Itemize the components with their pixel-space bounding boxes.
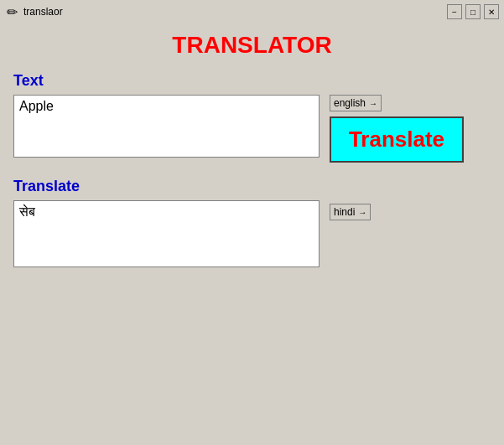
input-language-select[interactable]: english → (330, 95, 382, 111)
title-bar: ✏ translaor − □ ✕ (0, 0, 504, 23)
output-language-select[interactable]: hindi → (330, 204, 371, 220)
translate-button[interactable]: Translate (330, 116, 464, 163)
right-controls: english → Translate (330, 95, 464, 163)
output-section: Translate सेब hindi → (13, 178, 491, 267)
app-title: TRANSLATOR (13, 32, 491, 59)
input-row: Apple english → Translate (13, 95, 491, 163)
window-title: translaor (23, 6, 63, 18)
output-text[interactable]: सेब (13, 200, 320, 267)
title-bar-left: ✏ translaor (5, 5, 63, 18)
text-section-label: Text (13, 72, 491, 90)
title-bar-controls: − □ ✕ (447, 4, 499, 19)
close-button[interactable]: ✕ (484, 4, 499, 19)
output-language-label: hindi (334, 206, 355, 218)
input-language-label: english (334, 97, 366, 109)
output-section-label: Translate (13, 178, 491, 195)
maximize-button[interactable]: □ (465, 4, 481, 19)
input-language-arrow: → (369, 99, 377, 108)
window-body: TRANSLATOR Text Apple english → Translat… (0, 23, 504, 445)
minimize-button[interactable]: − (447, 4, 462, 19)
app-icon: ✏ (5, 5, 18, 18)
output-row: सेब hindi → (13, 200, 491, 267)
text-input[interactable]: Apple (13, 95, 320, 158)
output-language-arrow: → (358, 208, 366, 217)
